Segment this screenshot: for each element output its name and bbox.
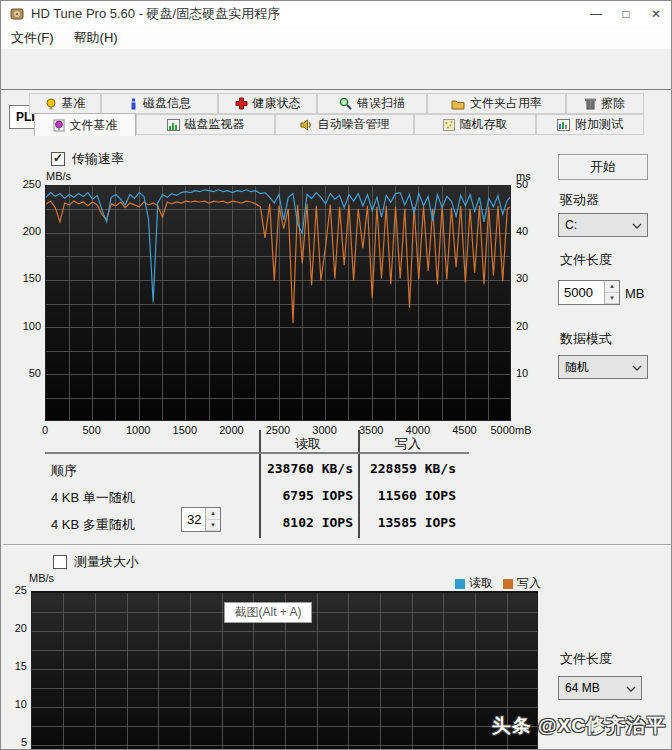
menu-help[interactable]: 帮助(H) xyxy=(64,27,128,49)
file-length-stepper[interactable]: 5000 ▲▼ xyxy=(558,280,620,305)
close-button[interactable]: ✕ xyxy=(641,1,671,27)
bottom-y-axis-ticks: 252015105 xyxy=(5,591,27,750)
data-mode-label: 数据模式 xyxy=(560,330,612,348)
queue-depth-value: 32 xyxy=(182,508,205,531)
sequential-write-value: 228859 KB/s xyxy=(364,461,456,476)
screenshot-tooltip: 截图(Alt + A) xyxy=(224,602,312,623)
start-button[interactable]: 开始 xyxy=(558,154,648,180)
menu-file[interactable]: 文件(F) xyxy=(1,27,64,49)
queue-depth-stepper[interactable]: 32 ▲▼ xyxy=(181,507,221,532)
checkbox-unchecked-icon xyxy=(53,555,67,569)
legend-write-swatch xyxy=(503,579,513,589)
dots-icon xyxy=(443,119,455,131)
stepper-down-icon[interactable]: ▼ xyxy=(605,293,619,305)
green-chart-icon xyxy=(167,119,180,131)
data-mode-value: 随机 xyxy=(565,359,589,376)
tab-health[interactable]: 健康状态 xyxy=(218,93,317,114)
tab-disk-info[interactable]: 磁盘信息 xyxy=(101,93,218,114)
chart-legend: 读取 写入 xyxy=(455,575,541,592)
tab-aam[interactable]: 自动噪音管理 xyxy=(275,114,414,135)
y-axis-ticks: 25020015010050 xyxy=(3,185,41,421)
legend-read-swatch xyxy=(455,579,465,589)
red-cross-icon xyxy=(235,97,248,110)
sequential-read-value: 238760 KB/s xyxy=(263,461,353,476)
read-column-header: 读取 xyxy=(273,435,343,453)
drive-label: 驱动器 xyxy=(560,191,599,209)
bottom-y-axis-unit: MB/s xyxy=(29,572,54,584)
block-file-length-select[interactable]: 64 MB xyxy=(558,676,642,700)
chevron-down-icon xyxy=(632,365,642,371)
4k-single-read-value: 6795 IOPS xyxy=(263,488,353,503)
stepper-up-icon[interactable]: ▲ xyxy=(605,281,619,293)
file-length-unit: MB xyxy=(625,286,645,301)
bulb-purple-icon xyxy=(53,119,65,132)
tab-file-benchmark[interactable]: 文件基准 xyxy=(34,113,136,136)
stepper-up-icon[interactable]: ▲ xyxy=(206,508,220,520)
transfer-rate-label: 传输速率 xyxy=(72,150,124,168)
file-length-label: 文件长度 xyxy=(560,251,612,269)
row-4k-single-label: 4 KB 单一随机 xyxy=(51,489,135,507)
maximize-button[interactable]: □ xyxy=(611,1,641,27)
hdtune-window: HD Tune Pro 5.60 - 硬盘/固态硬盘实用程序 — □ ✕ 文件(… xyxy=(0,0,672,750)
row-4k-multi-label: 4 KB 多重随机 xyxy=(51,516,135,534)
y-axis-unit: MB/s xyxy=(46,170,71,182)
transfer-rate-checkbox[interactable]: 传输速率 xyxy=(51,150,124,168)
y2-axis-ticks: 5040302010 xyxy=(516,185,542,421)
transfer-rate-chart xyxy=(45,185,511,421)
chevron-down-icon xyxy=(626,686,636,692)
legend-read-label: 读取 xyxy=(469,575,493,592)
mini-chart-icon xyxy=(557,119,570,131)
app-icon xyxy=(9,6,25,22)
legend-write-label: 写入 xyxy=(517,575,541,592)
menubar: 文件(F) 帮助(H) xyxy=(1,27,671,49)
4k-single-write-value: 11560 IOPS xyxy=(364,488,456,503)
write-column-header: 写入 xyxy=(373,435,443,453)
stepper-down-icon[interactable]: ▼ xyxy=(206,520,220,532)
trash-icon xyxy=(585,97,596,110)
block-file-length-label: 文件长度 xyxy=(560,650,612,668)
checkbox-checked-icon xyxy=(51,152,65,166)
tab-folder-usage[interactable]: 文件夹占用率 xyxy=(427,93,566,114)
tab-erase[interactable]: 擦除 xyxy=(566,93,644,114)
tab-benchmark[interactable]: 基准 xyxy=(29,93,101,114)
section-divider xyxy=(3,544,671,546)
block-size-label: 测量块大小 xyxy=(74,553,139,571)
speaker-icon xyxy=(300,119,313,131)
watermark: 头条 @XC修齐治平 xyxy=(492,713,666,739)
toolbar: PLEXTOR PX-256M8VC (256 gB) 25℃ 退出 xyxy=(1,49,671,90)
file-length-value: 5000 xyxy=(559,281,604,304)
folder-icon xyxy=(451,98,465,110)
4k-multi-write-value: 13585 IOPS xyxy=(364,515,456,530)
target-drive-value: C: xyxy=(565,218,577,232)
tab-disk-monitor[interactable]: 磁盘监视器 xyxy=(136,114,275,135)
magnifier-icon xyxy=(339,97,352,110)
window-title: HD Tune Pro 5.60 - 硬盘/固态硬盘实用程序 xyxy=(31,5,280,23)
target-drive-select[interactable]: C: xyxy=(558,213,648,237)
block-size-checkbox[interactable]: 测量块大小 xyxy=(53,553,139,571)
info-icon xyxy=(128,98,138,110)
chevron-down-icon xyxy=(632,223,642,229)
bulb-yellow-icon xyxy=(45,98,57,110)
tab-error-scan[interactable]: 错误扫描 xyxy=(317,93,427,114)
4k-multi-read-value: 8102 IOPS xyxy=(263,515,353,530)
tab-extra-tests[interactable]: 附加测试 xyxy=(536,114,644,135)
data-mode-select[interactable]: 随机 xyxy=(558,355,648,379)
tab-random-access[interactable]: 随机存取 xyxy=(414,114,536,135)
block-file-length-value: 64 MB xyxy=(565,681,600,695)
minimize-button[interactable]: — xyxy=(581,1,611,27)
titlebar: HD Tune Pro 5.60 - 硬盘/固态硬盘实用程序 — □ ✕ xyxy=(1,1,671,27)
row-sequential-label: 顺序 xyxy=(51,462,77,480)
